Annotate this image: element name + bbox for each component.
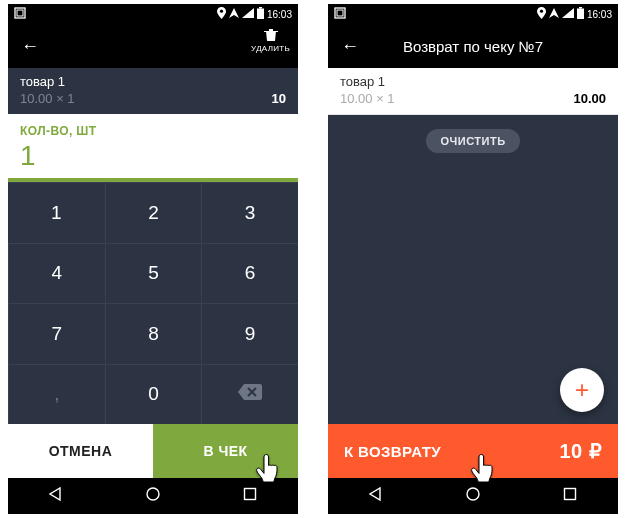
key-backspace[interactable]	[201, 364, 298, 425]
svg-rect-1	[17, 10, 23, 16]
nav-back[interactable]	[31, 486, 81, 506]
signal-icon	[549, 8, 559, 20]
nav-recent[interactable]	[545, 486, 595, 506]
statusbar: 16:03	[8, 4, 298, 24]
cancel-button[interactable]: ОТМЕНА	[8, 424, 153, 478]
return-label: К ВОЗВРАТУ	[344, 443, 441, 460]
item-name: товар 1	[340, 74, 606, 89]
phone-quantity-screen: 16:03 ← УДАЛИТЬ товар 1 10.00 × 1 10 КОЛ…	[8, 4, 298, 514]
status-time: 16:03	[267, 9, 292, 20]
android-navbar	[8, 478, 298, 514]
item-qty: 10.00 × 1	[340, 91, 395, 106]
svg-point-2	[220, 10, 223, 13]
add-to-receipt-button[interactable]: В ЧЕК	[153, 424, 298, 478]
trash-icon	[264, 28, 278, 44]
key-6[interactable]: 6	[201, 243, 298, 304]
add-button-label: В ЧЕК	[203, 443, 247, 459]
key-5[interactable]: 5	[105, 243, 202, 304]
quantity-label: КОЛ-ВО, ШТ	[20, 124, 286, 138]
keypad: 1 2 3 4 5 6 7 8 9 , 0	[8, 182, 298, 424]
delete-button[interactable]: УДАЛИТЬ	[251, 28, 290, 53]
nav-home[interactable]	[448, 486, 498, 506]
plus-icon: +	[575, 376, 589, 404]
quantity-panel: КОЛ-ВО, ШТ 1	[8, 114, 298, 182]
key-1[interactable]: 1	[8, 182, 105, 243]
item-price: 10.00	[573, 91, 606, 106]
svg-rect-8	[337, 10, 343, 16]
key-2[interactable]: 2	[105, 182, 202, 243]
action-row: ОТМЕНА В ЧЕК	[8, 424, 298, 478]
quantity-value: 1	[20, 140, 286, 172]
svg-rect-10	[577, 9, 584, 20]
key-3[interactable]: 3	[201, 182, 298, 243]
wifi-icon	[562, 8, 574, 20]
svg-rect-6	[244, 489, 255, 500]
item-qty: 10.00 × 1	[20, 91, 75, 106]
clear-button[interactable]: ОЧИСТИТЬ	[426, 129, 519, 153]
svg-point-9	[540, 10, 543, 13]
key-7[interactable]: 7	[8, 303, 105, 364]
nav-back[interactable]	[351, 486, 401, 506]
add-item-fab[interactable]: +	[560, 368, 604, 412]
line-item: товар 1 10.00 × 1 10	[8, 68, 298, 114]
battery-icon	[257, 7, 264, 21]
key-4[interactable]: 4	[8, 243, 105, 304]
back-button[interactable]: ←	[328, 36, 372, 57]
page-title: Возврат по чеку №7	[372, 38, 618, 55]
return-button[interactable]: К ВОЗВРАТУ 10 ₽	[328, 424, 618, 478]
nav-recent[interactable]	[225, 486, 275, 506]
header: ← УДАЛИТЬ	[8, 24, 298, 68]
android-navbar	[328, 478, 618, 514]
phone-return-screen: 16:03 ← Возврат по чеку №7 товар 1 10.00…	[328, 4, 618, 514]
location-icon	[217, 7, 226, 21]
statusbar: 16:03	[328, 4, 618, 24]
empty-area: +	[328, 167, 618, 424]
screenshot-icon	[14, 7, 26, 21]
back-button[interactable]: ←	[8, 36, 52, 57]
wifi-icon	[242, 8, 254, 20]
svg-rect-13	[564, 489, 575, 500]
key-comma[interactable]: ,	[8, 364, 105, 425]
svg-point-5	[147, 488, 159, 500]
svg-rect-3	[257, 9, 264, 20]
screenshot-icon	[334, 7, 346, 21]
battery-icon	[577, 7, 584, 21]
key-9[interactable]: 9	[201, 303, 298, 364]
item-price: 10	[272, 91, 286, 106]
key-8[interactable]: 8	[105, 303, 202, 364]
return-amount: 10 ₽	[560, 439, 602, 463]
signal-icon	[229, 8, 239, 20]
location-icon	[537, 7, 546, 21]
item-name: товар 1	[20, 74, 286, 89]
status-time: 16:03	[587, 9, 612, 20]
key-0[interactable]: 0	[105, 364, 202, 425]
svg-rect-11	[579, 7, 582, 9]
clear-row: ОЧИСТИТЬ	[328, 115, 618, 167]
line-item[interactable]: товар 1 10.00 × 1 10.00	[328, 68, 618, 115]
header: ← Возврат по чеку №7	[328, 24, 618, 68]
delete-label: УДАЛИТЬ	[251, 44, 290, 53]
nav-home[interactable]	[128, 486, 178, 506]
backspace-icon	[238, 383, 262, 405]
svg-point-12	[467, 488, 479, 500]
svg-rect-4	[259, 7, 262, 9]
